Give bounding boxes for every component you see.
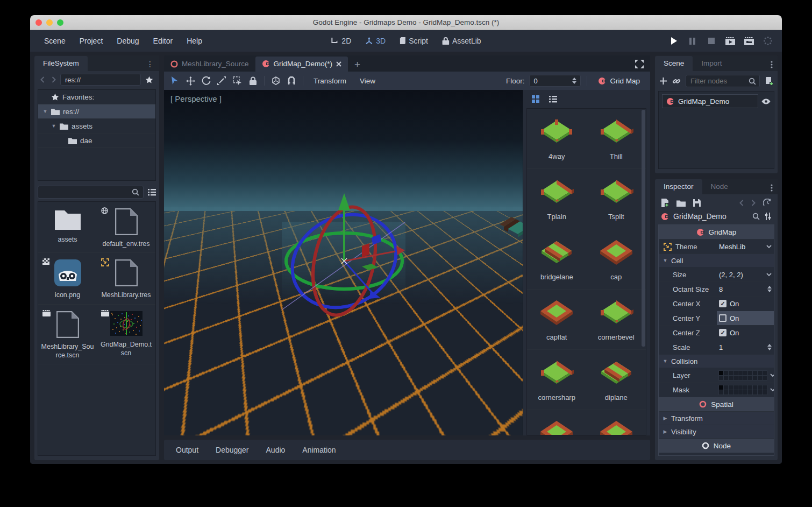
checkbox-checked[interactable]: ✓ [719, 300, 726, 307]
file-icon-png[interactable]: icon.png [38, 253, 97, 304]
layer-cell[interactable] [729, 371, 733, 375]
layer-cell[interactable] [738, 385, 743, 390]
layer-cell[interactable] [724, 371, 728, 375]
add-node-icon[interactable] [659, 77, 667, 85]
inspector-menu-icon[interactable] [766, 184, 778, 194]
palette-item-capflat[interactable]: capflat [527, 290, 587, 350]
property-value[interactable]: ✓On [717, 326, 774, 340]
tab-node[interactable]: Node [702, 179, 737, 194]
bottom-tab-output[interactable]: Output [176, 446, 198, 454]
tree-item-dae[interactable]: dae [38, 133, 155, 148]
rotate-tool-icon[interactable] [201, 75, 211, 86]
layer-cell[interactable] [758, 385, 762, 390]
layer-cell[interactable] [753, 371, 757, 375]
list-select-tool-icon[interactable] [232, 75, 243, 86]
bottom-tab-debugger[interactable]: Debugger [216, 446, 249, 454]
move-tool-icon[interactable] [185, 75, 196, 86]
inspector-group-transform[interactable]: ▶Transform [659, 412, 774, 425]
layer-cell[interactable] [733, 376, 738, 380]
property-value[interactable]: MeshLib [717, 240, 774, 254]
palette-item-Thill[interactable]: Thill [587, 109, 646, 169]
layer-cell[interactable] [753, 390, 757, 395]
palette-scrollbar[interactable] [642, 110, 645, 347]
nav-back-icon[interactable] [38, 74, 47, 85]
palette-item-Tplain[interactable]: Tplain [527, 169, 587, 229]
inspector-group-visibility[interactable]: ▶Visibility [659, 425, 774, 439]
search-properties-icon[interactable] [752, 213, 760, 220]
thumbnail-view-icon[interactable] [532, 95, 539, 103]
palette-item-cap[interactable]: cap [587, 229, 646, 290]
layer-cell[interactable] [738, 390, 743, 395]
history-back-icon[interactable] [739, 200, 744, 206]
layer-cell[interactable] [743, 371, 747, 375]
play-button[interactable] [668, 36, 679, 46]
context-button-2d[interactable]: 2D [326, 34, 356, 47]
file-gridmap-demo-tscn[interactable]: GridMap_Demo.tscn [97, 305, 155, 365]
context-button-3d[interactable]: 3D [360, 34, 390, 47]
zoom-window-button[interactable] [57, 19, 63, 26]
collapse-arrow-icon[interactable]: ▼ [663, 258, 668, 263]
property-value[interactable]: ✓On [717, 297, 774, 311]
snap-tool-icon[interactable] [286, 75, 297, 86]
layer-cell[interactable] [719, 371, 723, 375]
layer-cell[interactable] [743, 390, 747, 395]
layer-cell[interactable] [719, 376, 723, 380]
collapse-arrow-icon[interactable]: ▼ [663, 358, 668, 364]
close-tab-icon[interactable] [336, 61, 341, 67]
tab-inspector[interactable]: Inspector [655, 179, 702, 194]
history-forward-icon[interactable] [751, 200, 756, 206]
file-default-env-tres[interactable]: default_env.tres [97, 202, 155, 253]
spinner-updown-icon[interactable] [572, 78, 576, 84]
scene-tab-gridmapdemo[interactable]: GridMap_Demo(*) [255, 57, 348, 72]
layer-cell[interactable] [733, 385, 738, 390]
floor-spinner[interactable]: 0 [529, 75, 581, 87]
attach-script-icon[interactable] [765, 77, 773, 86]
expand-viewport-icon[interactable] [629, 60, 650, 72]
palette-item-cornersharp[interactable]: cornersharp [527, 350, 587, 410]
palette-item[interactable] [587, 410, 646, 435]
layer-cell[interactable] [758, 390, 762, 395]
list-view-toggle-icon[interactable] [148, 189, 156, 196]
layer-grid[interactable] [719, 385, 767, 395]
dropdown-caret-icon[interactable] [770, 388, 774, 392]
checkbox-unchecked[interactable] [719, 314, 726, 322]
tree-item-assets[interactable]: ▼assets [38, 119, 155, 133]
tab-filesystem[interactable]: FileSystem [34, 56, 88, 71]
palette-item[interactable] [527, 410, 587, 435]
layer-cell[interactable] [763, 371, 767, 375]
3d-viewport[interactable]: [ Perspective ] [164, 90, 523, 435]
palette-item-4way[interactable]: 4way [527, 109, 587, 169]
expand-arrow-icon[interactable]: ▶ [663, 429, 668, 434]
instance-scene-icon[interactable] [672, 77, 681, 86]
new-resource-icon[interactable] [661, 199, 669, 207]
layer-cell[interactable] [738, 376, 743, 380]
property-value[interactable]: 8 [717, 282, 774, 296]
context-button-script[interactable]: Script [395, 34, 433, 47]
local-space-tool-icon[interactable] [270, 75, 281, 86]
lock-tool-icon[interactable] [247, 75, 258, 86]
property-value[interactable]: 1 [717, 340, 774, 354]
layer-cell[interactable] [729, 376, 733, 380]
scale-tool-icon[interactable] [216, 75, 227, 86]
list-view-icon[interactable] [549, 96, 557, 103]
layer-cell[interactable] [758, 371, 762, 375]
filter-nodes-input[interactable] [689, 76, 749, 86]
layer-cell[interactable] [748, 371, 752, 375]
layer-grid[interactable] [719, 371, 767, 380]
inspector-group-collision[interactable]: ▼Collision [659, 355, 774, 368]
load-resource-icon[interactable] [676, 200, 686, 207]
context-button-assetlib[interactable]: AssetLib [437, 34, 486, 47]
scene-dock-menu-icon[interactable] [766, 61, 778, 71]
bottom-tab-animation[interactable]: Animation [302, 446, 336, 454]
select-tool-icon[interactable] [169, 75, 180, 86]
layer-cell[interactable] [763, 376, 767, 380]
path-input[interactable] [60, 74, 141, 86]
file-meshlibrary-tres[interactable]: MeshLibrary.tres [97, 253, 155, 304]
palette-item-Tsplit[interactable]: Tsplit [587, 169, 646, 229]
nav-forward-icon[interactable] [49, 74, 59, 85]
new-scene-tab-button[interactable]: + [348, 59, 367, 72]
transform-gizmo[interactable] [261, 186, 428, 336]
pause-button[interactable] [687, 36, 698, 46]
menu-scene[interactable]: Scene [39, 34, 71, 48]
viewport-menu-transform[interactable]: Transform [309, 75, 351, 87]
